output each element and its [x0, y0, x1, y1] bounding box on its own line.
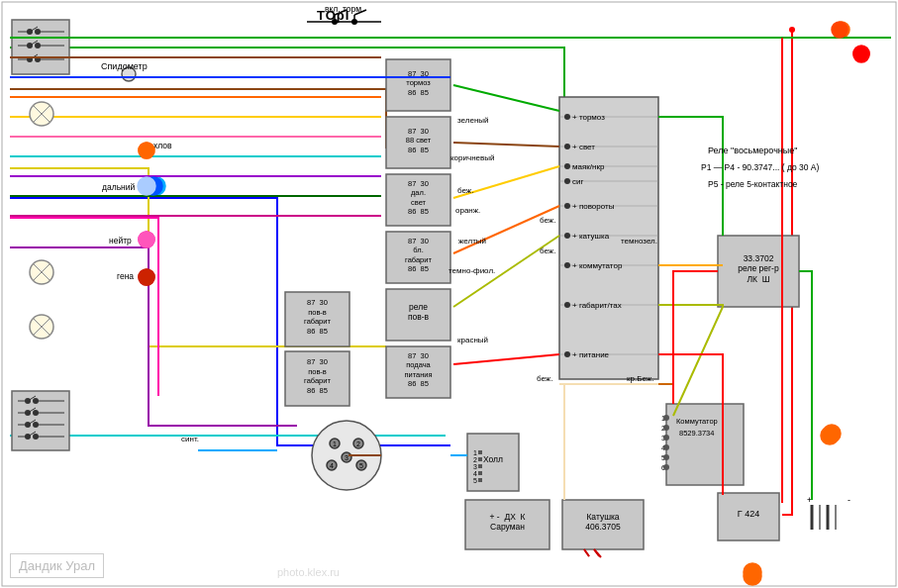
wiring-diagram [0, 0, 898, 588]
diagram-container: TOpI Дандик Урал [0, 0, 898, 588]
page-title: TOpI [317, 8, 349, 23]
watermark-label: Дандик Урал [10, 553, 104, 578]
